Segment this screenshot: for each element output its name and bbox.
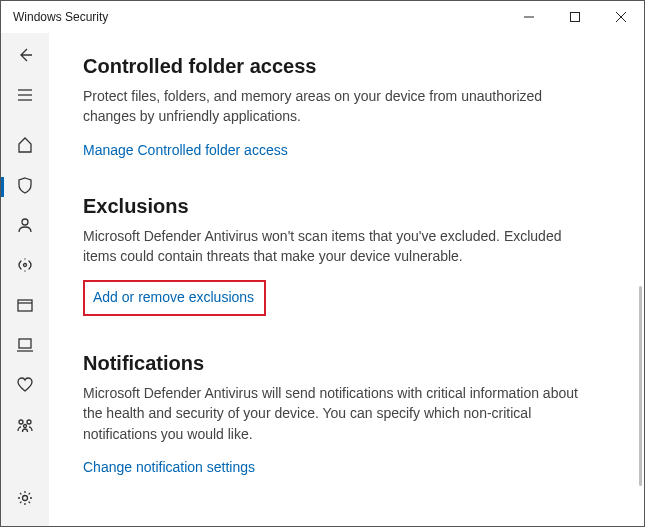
notifications-heading: Notifications — [83, 352, 610, 375]
cfa-description: Protect files, folders, and memory areas… — [83, 86, 583, 127]
minimize-button[interactable] — [506, 1, 552, 33]
sidebar-item-firewall[interactable] — [1, 247, 49, 287]
sidebar-item-account[interactable] — [1, 207, 49, 247]
notifications-description: Microsoft Defender Antivirus will send n… — [83, 383, 583, 444]
svg-point-7 — [22, 219, 28, 225]
cfa-heading: Controlled folder access — [83, 55, 610, 78]
change-notification-settings-link[interactable]: Change notification settings — [83, 459, 255, 475]
arrow-left-icon — [17, 47, 33, 67]
add-remove-exclusions-link[interactable]: Add or remove exclusions — [93, 289, 254, 305]
sidebar-item-family[interactable] — [1, 407, 49, 447]
sidebar — [1, 33, 49, 526]
svg-point-15 — [24, 425, 27, 428]
highlight-annotation: Add or remove exclusions — [83, 280, 266, 316]
section-notifications: Notifications Microsoft Defender Antivir… — [83, 352, 610, 476]
network-icon — [16, 256, 34, 278]
sidebar-item-device-security[interactable] — [1, 327, 49, 367]
svg-rect-11 — [19, 339, 31, 348]
home-icon — [16, 136, 34, 158]
svg-point-13 — [19, 420, 23, 424]
content-area: Controlled folder access Protect files, … — [49, 33, 644, 526]
exclusions-description: Microsoft Defender Antivirus won't scan … — [83, 226, 583, 267]
section-controlled-folder-access: Controlled folder access Protect files, … — [83, 55, 610, 159]
gear-icon — [16, 489, 34, 511]
svg-point-16 — [23, 496, 28, 501]
svg-rect-9 — [18, 300, 32, 311]
heart-icon — [16, 376, 34, 398]
sidebar-item-virus-protection[interactable] — [1, 167, 49, 207]
close-button[interactable] — [598, 1, 644, 33]
svg-point-8 — [24, 264, 27, 267]
back-button[interactable] — [1, 37, 49, 77]
maximize-button[interactable] — [552, 1, 598, 33]
app-control-icon — [16, 296, 34, 318]
svg-point-14 — [27, 420, 31, 424]
menu-button[interactable] — [1, 77, 49, 117]
sidebar-item-device-health[interactable] — [1, 367, 49, 407]
scrollbar-thumb[interactable] — [639, 286, 642, 486]
sidebar-item-home[interactable] — [1, 127, 49, 167]
sidebar-item-settings[interactable] — [1, 480, 49, 520]
section-exclusions: Exclusions Microsoft Defender Antivirus … — [83, 195, 610, 317]
svg-rect-1 — [571, 13, 580, 22]
device-icon — [16, 336, 34, 358]
exclusions-heading: Exclusions — [83, 195, 610, 218]
hamburger-icon — [16, 86, 34, 108]
family-icon — [16, 416, 34, 438]
account-icon — [16, 216, 34, 238]
window-title: Windows Security — [13, 10, 108, 24]
shield-icon — [16, 176, 34, 198]
manage-cfa-link[interactable]: Manage Controlled folder access — [83, 142, 288, 158]
title-bar: Windows Security — [1, 1, 644, 33]
sidebar-item-app-browser[interactable] — [1, 287, 49, 327]
